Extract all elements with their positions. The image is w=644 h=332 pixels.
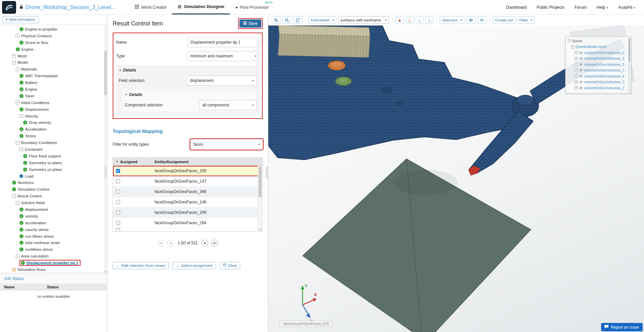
show-all-button[interactable] <box>477 16 487 24</box>
scene-tree-scrollbar[interactable] <box>628 38 631 92</box>
hide-selection-button[interactable] <box>466 16 476 24</box>
floor-plate[interactable] <box>303 159 531 332</box>
tree-item-materials[interactable]: −Materials <box>0 66 107 73</box>
tree-item-solution-fields[interactable]: −Solution fields <box>0 199 107 206</box>
assignment-row-facegroupongeofaces-255[interactable]: faceGroupOnGeoFaces_255 <box>113 166 262 176</box>
assignment-checkbox[interactable] <box>116 169 120 173</box>
first-page-button[interactable]: |◀ <box>157 240 164 246</box>
tree-item-battery[interactable]: ✓Battery <box>0 79 107 86</box>
eye-icon[interactable] <box>579 62 583 66</box>
tree-item-load[interactable]: Load <box>0 173 107 180</box>
engine-cylinder-green[interactable] <box>335 77 352 86</box>
tree-item-result-control[interactable]: −Result Control <box>0 193 107 199</box>
last-page-button[interactable]: ▶| <box>211 240 218 246</box>
assignment-checkbox[interactable] <box>116 190 120 194</box>
assignment-table-header[interactable]: ▼ Assigned Entity/Assignment <box>113 158 262 166</box>
assignment-checkbox[interactable] <box>116 210 120 215</box>
eye-icon[interactable] <box>579 56 583 60</box>
field-selection-select[interactable]: displacement ▾ <box>187 76 257 86</box>
save-button[interactable]: Save <box>239 19 261 28</box>
nav-item-dashboard[interactable]: Dashboard <box>506 5 527 10</box>
scrollbar-thumb[interactable] <box>104 51 107 95</box>
panel-collapse-handle[interactable]: ‹ <box>266 167 268 179</box>
name-input[interactable] <box>187 37 259 47</box>
inner-details-header[interactable]: ▼ Details <box>125 92 257 97</box>
tree-item-abc-thermoplastic[interactable]: ✓ABC Thermoplastic <box>0 73 107 79</box>
entity-filter-select[interactable]: faces ▾ <box>191 139 263 149</box>
mesh-quality-solid-button[interactable]: ▲ <box>395 16 404 24</box>
tree-item-displacement[interactable]: ✓Displacement <box>0 106 107 113</box>
tree-item-velocity[interactable]: −Velocity <box>0 113 107 120</box>
expand-icon[interactable]: + <box>575 57 578 60</box>
tree-item-acceleration[interactable]: ✓acceleration <box>0 220 107 226</box>
collapse-icon[interactable]: − <box>19 114 23 118</box>
scroll-down-icon[interactable]: ▼ <box>258 229 263 231</box>
mesh-metric-button[interactable]: △ <box>416 16 424 24</box>
mesh-quality-outline-button[interactable]: △ <box>406 16 414 24</box>
tree-item-constraint[interactable]: −Constraint <box>0 146 107 153</box>
engine-cylinder-orange[interactable] <box>328 61 345 70</box>
collapse-icon[interactable]: − <box>16 201 19 205</box>
report-issue-button[interactable]: Report an issue <box>601 323 643 331</box>
expand-icon[interactable]: + <box>575 69 578 72</box>
nav-item-public-projects[interactable]: Public Projects <box>537 5 565 10</box>
tab-simulation-designer[interactable]: ⚙Simulation Designer <box>172 0 230 14</box>
tree-item-symmetry-yz-plane[interactable]: ✓Symmetry yz-plane <box>0 166 107 173</box>
nav-item-help[interactable]: Help▾ <box>597 5 608 10</box>
orientation-dropdown[interactable]: Orientation ▾ <box>309 16 336 24</box>
assignment-row-facegroupongeofaces-147[interactable]: faceGroupOnGeoFaces_147 <box>113 176 262 187</box>
tree-item-von-mises-stress[interactable]: ✓von Mises stress <box>0 233 107 240</box>
tree-item-model[interactable]: −Model <box>0 59 107 66</box>
tab-mesh-creator[interactable]: Mesh Creator <box>129 0 172 14</box>
zoom-in-button[interactable] <box>272 16 281 24</box>
tree-item-simulation-control[interactable]: ✓Simulation Control <box>0 186 107 193</box>
collapse-icon[interactable]: − <box>12 194 16 198</box>
selection-dropdown[interactable]: Selection ▾ <box>440 16 465 24</box>
tree-item-displacement-propeller-tip-1[interactable]: ✓Displacement propeller tip 1 <box>0 259 107 266</box>
select-assignment-button[interactable]: →Select assignment <box>172 262 216 269</box>
tree-item-acceleration[interactable]: ✓Acceleration <box>0 126 107 133</box>
scene-tree-volumeongeovolumes-0[interactable]: +volumeOnGeoVolumes_0 <box>575 61 627 67</box>
next-page-button[interactable]: ▶ <box>202 240 208 246</box>
tree-item-steel[interactable]: ✓Steel <box>0 93 107 99</box>
eye-icon[interactable] <box>579 74 583 78</box>
assignment-checkbox[interactable] <box>116 228 120 231</box>
assignment-row-facegroupongeofaces-146[interactable]: faceGroupOnGeoFaces_146 <box>113 197 262 207</box>
expand-icon[interactable]: + <box>575 86 578 89</box>
project-title[interactable]: Drone_Workshop_Session_3_Level... <box>19 4 115 10</box>
expand-icon[interactable]: + <box>12 54 16 58</box>
assignment-row-facegroupongeofaces-209[interactable]: faceGroupOnGeoFaces_209 <box>113 207 262 218</box>
partial-assignment-row[interactable] <box>113 228 262 231</box>
expand-icon[interactable]: + <box>575 75 578 78</box>
prev-page-button[interactable]: ◀ <box>167 240 174 246</box>
nav-item-forum[interactable]: Forum <box>575 5 587 10</box>
clear-button[interactable]: Clear <box>219 262 240 269</box>
filter-dropdown[interactable]: Filter ▾ <box>517 16 535 24</box>
tree-item-vonmises-stress[interactable]: ✓vonMises stress <box>0 246 107 253</box>
table-scrollbar[interactable]: ▼ <box>258 166 262 231</box>
details-header[interactable]: ▼ Details <box>119 68 257 73</box>
collapse-icon[interactable]: − <box>16 67 19 71</box>
create-set-button[interactable]: Create set <box>493 16 516 24</box>
scene-tree-volumeongeovolumes-5[interactable]: +volumeOnGeoVolumes_5 <box>575 56 627 62</box>
tree-item-total-nonlinear-strain[interactable]: ✓total nonlinear strain <box>0 240 107 246</box>
collapse-icon[interactable]: − <box>568 39 571 42</box>
expand-icon[interactable]: + <box>575 81 578 84</box>
scene-root-node[interactable]: − Scene <box>568 38 627 44</box>
eye-icon[interactable] <box>579 68 583 72</box>
tree-item-area-calculation[interactable]: −Area calculation <box>0 253 107 259</box>
tab-post-processor[interactable]: ●Post-ProcessorBETA <box>230 0 274 14</box>
tree-item-engine[interactable]: ✓Engine <box>0 86 107 93</box>
scene-mesh-node[interactable]: − QuarterModel mesh <box>571 44 627 50</box>
scene-tree-volumeongeovolumes-2[interactable]: +volumeOnGeoVolumes_2 <box>575 85 627 91</box>
tree-item-simulation-runs[interactable]: Simulation Runs <box>0 266 107 273</box>
collapse-icon[interactable]: − <box>16 34 19 38</box>
tree-item-drone-to-floor[interactable]: ✓Drone to floor <box>0 39 107 46</box>
type-select[interactable]: minimum and maximum ▾ <box>187 51 259 61</box>
scene-tree-volumeongeovolumes-4[interactable]: +volumeOnGeoVolumes_4 <box>575 73 627 79</box>
component-selection-select[interactable]: all components ▾ <box>199 100 257 110</box>
tree-item-symmetry-xy-plane[interactable]: ✓Symmetry xy-plane <box>0 159 107 166</box>
eye-icon[interactable] <box>579 86 583 90</box>
battery-box-mesh[interactable] <box>278 26 370 57</box>
app-logo[interactable] <box>2 1 16 14</box>
